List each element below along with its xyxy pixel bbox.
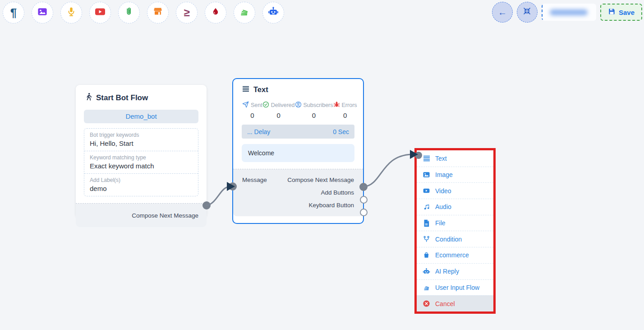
drip-icon xyxy=(211,7,220,18)
stat-sent: Sent 0 xyxy=(242,101,262,119)
start-output-port[interactable] xyxy=(202,201,211,209)
stat-errors: Errors 0 xyxy=(333,101,357,119)
ai-reply-icon xyxy=(423,268,430,275)
text-lines-icon xyxy=(423,155,430,162)
message-text: Welcome xyxy=(248,149,274,157)
flow-name-button[interactable] xyxy=(542,4,596,21)
cancel-icon xyxy=(423,300,430,307)
image-icon xyxy=(423,171,430,178)
start-node-footer: Compose Next Message xyxy=(76,204,207,227)
toolbar-video-button[interactable] xyxy=(89,2,111,23)
compress-icon xyxy=(523,7,531,18)
save-icon xyxy=(608,8,616,17)
paragraph-icon: ¶ xyxy=(10,7,17,19)
field-value: demo xyxy=(90,185,193,192)
toolbar-user-input-button[interactable] xyxy=(234,2,255,23)
add-node-context-menu: Text Image Video Audio File Condition xyxy=(414,148,496,314)
keyboard-button-port[interactable] xyxy=(360,209,368,216)
field-value: Exact keyword match xyxy=(90,162,193,170)
toolbar-image-button[interactable] xyxy=(32,2,53,23)
menu-item-text[interactable]: Text xyxy=(417,150,493,167)
menu-item-image[interactable]: Image xyxy=(417,167,493,183)
field-add-labels[interactable]: Add Label(s) demo xyxy=(84,173,198,196)
arrow-left-icon: ← xyxy=(498,7,507,18)
menu-item-user-input-flow[interactable]: User Input Flow xyxy=(417,279,493,296)
field-label: Bot trigger keywords xyxy=(90,132,193,138)
field-label: Add Label(s) xyxy=(90,177,193,183)
condition-icon xyxy=(423,236,430,243)
file-icon xyxy=(423,219,430,227)
menu-item-condition[interactable]: Condition xyxy=(417,231,493,247)
menu-item-file[interactable]: File xyxy=(417,215,493,231)
menu-item-cancel[interactable]: Cancel xyxy=(417,295,493,311)
field-keyword-matching-type[interactable]: Keyword matching type Exact keyword matc… xyxy=(84,151,198,173)
message-content[interactable]: Welcome xyxy=(242,144,354,162)
microphone-icon xyxy=(66,7,76,19)
text-node-title: Text xyxy=(253,85,268,94)
greater-equal-icon: ≥ xyxy=(184,7,189,18)
message-input-port[interactable] xyxy=(229,182,237,191)
video-icon xyxy=(95,6,106,19)
field-value: Hi, Hello, Start xyxy=(90,139,193,147)
text-message-node[interactable]: Text Sent 0 Delivered 0 xyxy=(232,78,364,224)
menu-item-audio[interactable]: Audio xyxy=(417,199,493,215)
delay-label: ... Delay xyxy=(247,128,270,135)
ai-bot-icon xyxy=(268,6,279,19)
toolbar-ai-button[interactable] xyxy=(262,2,284,23)
save-label: Save xyxy=(619,9,635,16)
toolbar-file-button[interactable] xyxy=(118,2,140,23)
compose-next-message-label: Compose Next Message xyxy=(287,177,354,183)
menu-item-video[interactable]: Video xyxy=(417,182,493,199)
stat-value: 0 xyxy=(295,112,333,119)
stats-row: Sent 0 Delivered 0 Subscribers 0 xyxy=(233,97,363,119)
subscriber-icon xyxy=(295,101,302,109)
keyboard-button-label: Keyboard Button xyxy=(308,202,354,209)
menu-connection-port xyxy=(415,152,422,159)
toolbar-drip-button[interactable] xyxy=(205,2,226,23)
walking-person-icon xyxy=(85,93,92,103)
send-icon xyxy=(242,101,249,109)
start-node-header: Start Bot Flow xyxy=(76,85,207,107)
start-bot-flow-node[interactable]: Start Bot Flow Demo_bot Bot trigger keyw… xyxy=(76,85,207,218)
stat-delivered: Delivered 0 xyxy=(262,101,295,119)
start-node-title: Start Bot Flow xyxy=(96,93,148,102)
field-bot-trigger-keywords[interactable]: Bot trigger keywords Hi, Hello, Start xyxy=(84,129,198,151)
delay-setting[interactable]: ... Delay 0 Sec xyxy=(242,125,354,139)
audio-icon xyxy=(423,203,430,210)
toolbar-text-button[interactable]: ¶ xyxy=(3,2,24,23)
stat-value: 0 xyxy=(242,112,262,119)
video-icon xyxy=(423,187,430,194)
add-buttons-port[interactable] xyxy=(360,196,368,204)
wire-text-to-menu xyxy=(363,154,411,187)
save-button[interactable]: Save xyxy=(600,4,642,21)
text-node-header: Text xyxy=(233,79,363,97)
stat-value: 0 xyxy=(262,112,295,119)
user-input-icon xyxy=(239,7,249,19)
field-label: Keyword matching type xyxy=(90,154,193,161)
delay-value: 0 Sec xyxy=(333,128,349,135)
drag-handle-icon[interactable] xyxy=(242,85,249,94)
start-node-fields: Bot trigger keywords Hi, Hello, Start Ke… xyxy=(84,128,198,196)
toolbar-condition-button[interactable]: ≥ xyxy=(176,2,198,23)
add-buttons-label: Add Buttons xyxy=(321,189,354,196)
back-button[interactable]: ← xyxy=(492,2,513,23)
ecommerce-icon xyxy=(423,251,430,259)
message-input-label: Message xyxy=(242,177,267,183)
toolbar-audio-button[interactable] xyxy=(60,2,82,23)
attachment-icon xyxy=(124,7,134,19)
fit-view-button[interactable] xyxy=(517,2,538,23)
redacted-text xyxy=(550,9,588,15)
toolbar: ¶ ≥ xyxy=(3,2,284,23)
stat-value: 0 xyxy=(333,112,357,119)
menu-item-ecommerce[interactable]: Ecommerce xyxy=(417,247,493,263)
stat-subscribers: Subscribers 0 xyxy=(295,101,333,119)
user-input-flow-icon xyxy=(423,284,430,291)
store-icon xyxy=(153,7,163,19)
compose-next-message-port[interactable] xyxy=(359,183,368,191)
text-node-footer: Message Compose Next Message Add Buttons… xyxy=(233,169,363,216)
bug-icon xyxy=(333,101,340,109)
bot-name-button[interactable]: Demo_bot xyxy=(84,110,198,123)
toolbar-ecommerce-button[interactable] xyxy=(147,2,169,23)
menu-item-ai-reply[interactable]: AI Reply xyxy=(417,263,493,279)
compose-next-message-label: Compose Next Message xyxy=(132,212,198,219)
